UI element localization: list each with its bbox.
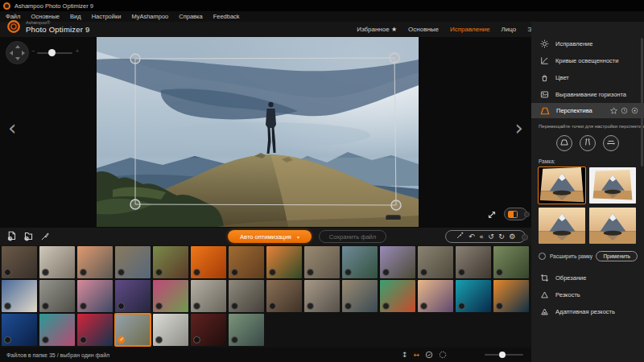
apply-button[interactable]: Применить [596,251,638,261]
tab-лицо[interactable]: Лицо [502,26,517,33]
optimize-status-badge[interactable] [80,269,87,276]
optimize-status-badge[interactable] [231,302,238,310]
settings-gear-icon[interactable]: ⚙ [509,231,515,242]
filmstrip-thumbnail[interactable] [2,246,37,278]
filmstrip-thumbnail[interactable] [493,280,529,312]
filmstrip-thumbnail[interactable] [39,246,75,278]
optimize-status-badge[interactable] [155,302,163,310]
filmstrip-thumbnail[interactable] [2,314,37,346]
optimize-status-badge[interactable] [155,269,163,276]
menu-item-5[interactable]: Справка [179,13,202,20]
thumbnail-size-knob[interactable] [499,352,506,358]
filmstrip-thumbnail[interactable] [380,246,415,278]
frame-option-full-2[interactable] [589,208,636,244]
expand-icon[interactable] [486,209,497,220]
filmstrip-thumbnail[interactable] [304,246,340,278]
circle-check-icon[interactable] [425,351,433,359]
optimize-status-badge[interactable] [4,269,11,276]
rotate-left-icon[interactable]: ↺ [488,231,494,242]
optimize-status-badge[interactable] [155,336,163,343]
sidebar-item-brightness[interactable]: Исправление [531,35,644,52]
zoom-in-icon[interactable]: + [76,48,79,54]
panel-collapse-handle[interactable] [386,215,401,220]
filmstrip-thumbnail[interactable] [191,314,226,346]
filmstrip-thumbnail[interactable] [153,280,188,312]
menu-item-4[interactable]: MyAshampoo [131,13,168,20]
optimize-status-badge[interactable] [345,269,352,276]
perspective-free-mode-button[interactable] [556,135,572,151]
optimize-status-badge[interactable] [193,336,200,343]
optimize-status-badge[interactable] [118,269,125,276]
filmstrip-thumbnail[interactable] [418,280,453,312]
filmstrip-thumbnail[interactable] [2,280,37,312]
reset-circle-icon[interactable] [631,107,638,114]
frame-option-crop-white[interactable] [589,167,636,204]
zoom-out-icon[interactable]: − [31,48,35,54]
optimize-status-badge[interactable] [382,269,390,276]
optimize-status-badge[interactable] [496,302,503,310]
optimize-status-badge[interactable] [458,269,465,276]
sidebar-item-color[interactable]: Цвет [531,69,644,86]
filmstrip-thumbnail[interactable] [77,280,113,312]
frame-option-full-1[interactable] [539,208,585,244]
filmstrip-thumbnail[interactable] [418,246,453,278]
expand-frame-radio[interactable] [539,253,546,260]
sidebar-item-adaptive-sharpen[interactable]: Адаптивная резкость [531,303,644,320]
optimize-status-badge[interactable] [231,336,238,343]
circle-dashed-icon[interactable] [439,351,447,359]
previous-photo-button[interactable]: ‹ [8,116,16,140]
optimize-status-badge[interactable] [231,269,238,276]
tab-основные[interactable]: Основные [408,26,439,33]
filmstrip-thumbnail-selected[interactable] [115,314,151,346]
optimize-status-badge[interactable] [42,302,49,310]
filmstrip-thumbnail[interactable] [493,246,529,278]
optimize-status-badge[interactable] [42,269,49,276]
tab-избранное[interactable]: Избранное ★ [357,26,397,33]
optimize-status-badge[interactable] [4,302,11,310]
compare-toggle-nub[interactable] [524,212,530,217]
optimize-status-badge[interactable] [80,302,87,310]
photo-canvas[interactable] [97,37,419,227]
filmstrip-thumbnail[interactable] [342,246,378,278]
filmstrip-thumbnail[interactable] [153,314,188,346]
tools-pill-nub[interactable] [522,234,528,241]
zoom-slider-knob[interactable] [48,49,56,56]
compare-toggle[interactable] [504,208,527,220]
filmstrip-thumbnail[interactable] [77,246,113,278]
optimize-status-badge[interactable] [382,302,390,310]
add-folder-icon[interactable] [23,230,34,245]
optimize-status-badge[interactable] [193,302,200,310]
optimize-status-badge[interactable] [345,302,352,310]
filmstrip-thumbnail[interactable] [342,280,378,312]
frame-option-crop-black[interactable] [539,167,585,204]
retouch-brush-icon[interactable] [40,230,50,245]
tab-исправление[interactable]: Исправление [450,26,490,33]
rotate-right-icon[interactable]: ↻ [498,231,505,242]
optimize-status-badge[interactable] [80,336,87,343]
filmstrip-thumbnail[interactable] [266,280,302,312]
filmstrip-thumbnail[interactable] [115,246,151,278]
optimize-status-badge[interactable] [307,269,314,276]
filmstrip-thumbnail[interactable] [229,314,264,346]
optimize-status-badge[interactable] [269,269,276,276]
fit-height-icon[interactable]: ↕ [402,351,408,359]
optimize-status-badge[interactable] [4,336,11,343]
filmstrip-thumbnail[interactable] [380,280,415,312]
sidebar-item-horizon[interactable]: Выравнивание горизонта [531,86,644,103]
filmstrip-thumbnail[interactable] [191,280,226,312]
optimize-status-badge[interactable] [420,269,427,276]
sidebar-item-crop[interactable]: Обрезание [531,269,644,286]
sidebar-scrollbar[interactable] [641,38,643,167]
optimize-status-badge[interactable] [458,302,465,310]
filmstrip-thumbnail[interactable] [39,280,75,312]
sidebar-item-perspective[interactable]: Перспектива [531,103,644,118]
sidebar-item-curves[interactable]: Кривые освещенности [531,52,644,69]
filmstrip-thumbnail[interactable] [153,246,188,278]
optimize-status-badge[interactable] [496,269,503,276]
optimize-status-badge[interactable] [42,336,49,343]
favorite-star-icon[interactable] [610,107,617,114]
undo-icon[interactable]: ↶ [469,231,475,242]
perspective-horizontal-mode-button[interactable] [603,135,619,151]
pan-dpad[interactable] [6,41,29,64]
history-clock-icon[interactable] [621,107,628,114]
